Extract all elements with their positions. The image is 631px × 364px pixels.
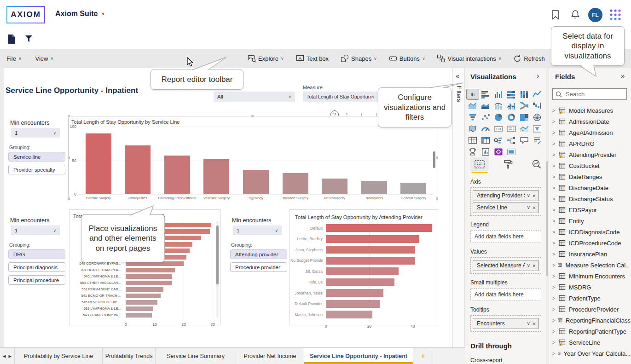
bar-cardiology-interventional[interactable] bbox=[164, 156, 190, 194]
expand-icon[interactable]: > bbox=[552, 119, 556, 124]
expand-icon[interactable]: > bbox=[552, 306, 556, 312]
waterfall-chart-icon[interactable] bbox=[531, 101, 543, 111]
expand-icon[interactable]: > bbox=[552, 185, 556, 191]
expand-icon[interactable]: > bbox=[552, 340, 556, 345]
min-encounters-select[interactable]: 1∨ bbox=[11, 225, 60, 235]
ribbon-chart-icon[interactable] bbox=[518, 101, 530, 111]
measure-filter-select[interactable]: Total Length of Stay Opportunity∨ bbox=[303, 92, 378, 102]
chevron-down-icon[interactable]: ∨ bbox=[527, 204, 530, 211]
table-icon[interactable] bbox=[467, 135, 479, 145]
bar-orthopedics[interactable] bbox=[125, 145, 151, 194]
menu-file[interactable]: File∨ bbox=[6, 55, 22, 62]
remove-field-icon[interactable]: × bbox=[532, 192, 536, 199]
field-item-costbucket[interactable]: >CostBucket bbox=[549, 160, 631, 171]
expand-icon[interactable]: > bbox=[552, 229, 556, 235]
expand-icon[interactable]: > bbox=[552, 108, 556, 113]
expand-icon[interactable]: > bbox=[552, 240, 556, 246]
page-tab-service-line-opportunity-inpatient[interactable]: Service Line Opportunity - Inpatient bbox=[304, 348, 413, 364]
expand-icon[interactable]: > bbox=[552, 273, 556, 279]
chart-scrollbar-thumb[interactable] bbox=[433, 151, 435, 168]
fields-tab[interactable] bbox=[470, 157, 489, 171]
goals-icon[interactable] bbox=[467, 147, 479, 157]
bar-001-heart-transpla-[interactable] bbox=[126, 268, 175, 272]
grouping-option-drg[interactable]: DRG bbox=[8, 249, 65, 259]
field-item-icddiagnosiscode[interactable]: >ICDDiagnosisCode bbox=[549, 226, 631, 237]
field-item-icdprocedurecode[interactable]: >ICDProcedureCode bbox=[549, 237, 631, 248]
bar-jean-stephens[interactable] bbox=[326, 246, 415, 254]
field-item-admissiondate[interactable]: >AdmissionDate bbox=[549, 116, 631, 127]
field-item-minimum-encounters[interactable]: >Minimum Encounters bbox=[549, 271, 631, 282]
expand-icon[interactable]: > bbox=[552, 329, 556, 334]
field-pill-attending-provider-spec[interactable]: Attending Provider Spec∨× bbox=[473, 190, 539, 201]
field-item-aprdrg[interactable]: >APRDRG bbox=[549, 138, 631, 149]
toolbar-text-box-button[interactable]: AText box bbox=[296, 54, 329, 63]
toolbar-explore-button[interactable]: Explore∨ bbox=[248, 54, 284, 63]
chart-scrollbar-thumb[interactable] bbox=[216, 225, 219, 284]
bar-oncology[interactable] bbox=[243, 170, 269, 194]
expand-fields-pane-icon[interactable]: » bbox=[621, 72, 625, 80]
bar-general-surgery[interactable] bbox=[400, 183, 426, 194]
grouping-option-provider-specialty[interactable]: Provider specialty bbox=[8, 165, 65, 174]
toolbar-visual-interactions-button[interactable]: Visual interactions∨ bbox=[437, 54, 501, 63]
expand-icon[interactable]: > bbox=[552, 174, 556, 179]
bar-539-lymphoma-le-[interactable] bbox=[126, 306, 153, 311]
toolbar-refresh-button[interactable]: Refresh bbox=[513, 54, 545, 63]
resize-handle[interactable] bbox=[435, 156, 439, 159]
line-chart-icon[interactable] bbox=[531, 89, 543, 99]
chevron-down-icon[interactable]: ∨ bbox=[527, 192, 530, 199]
100-stacked-column-chart-icon[interactable] bbox=[518, 89, 530, 99]
search-input[interactable] bbox=[565, 90, 622, 98]
chevron-down-icon[interactable]: ∨ bbox=[527, 262, 530, 269]
min-encounters-select[interactable]: 1∨ bbox=[233, 225, 282, 235]
format-tab[interactable] bbox=[499, 157, 517, 171]
bar-541-ecmo-or-trach-[interactable] bbox=[126, 294, 161, 298]
page-tab-service-line-summary[interactable]: Service Line Summary bbox=[156, 348, 236, 364]
page-tab-profitability-by-service-line[interactable]: Profitability by Service Line bbox=[14, 348, 103, 364]
service-line-chart[interactable]: Total Length of Stay Opportunity by Serv… bbox=[68, 116, 438, 200]
donut-chart-icon[interactable] bbox=[505, 112, 517, 122]
field-item-msdrg[interactable]: >MSDRG bbox=[549, 282, 631, 293]
map-icon[interactable] bbox=[531, 112, 543, 122]
field-pill-selected-measure-amou[interactable]: Selected Measure Amou∨× bbox=[473, 260, 539, 271]
clustered-bar-chart-icon[interactable] bbox=[480, 89, 492, 99]
app-launcher-waffle-icon[interactable] bbox=[609, 9, 621, 23]
slicer-icon[interactable] bbox=[531, 124, 543, 134]
stacked-area-chart-icon[interactable] bbox=[480, 101, 492, 111]
expand-icon[interactable]: > bbox=[552, 163, 556, 168]
grouping-option-attending-provider[interactable]: Attending provider bbox=[230, 249, 287, 259]
field-pill-encounters[interactable]: Encounters∨× bbox=[473, 318, 539, 329]
field-item-attendingprovider[interactable]: >AttendingProvider bbox=[549, 149, 631, 160]
tab-scroll-right-icon[interactable]: ▸ bbox=[9, 352, 12, 359]
resize-handle[interactable] bbox=[251, 115, 254, 118]
expand-icon[interactable]: > bbox=[552, 141, 556, 146]
expand-icon[interactable]: > bbox=[552, 284, 556, 290]
resize-handle[interactable] bbox=[435, 197, 439, 200]
field-item-procedureprovider[interactable]: >ProcedureProvider bbox=[549, 304, 631, 315]
resize-handle[interactable] bbox=[67, 197, 70, 200]
field-item-insuranceplan[interactable]: >InsurancePlan bbox=[549, 248, 631, 260]
chevron-down-icon[interactable]: ∨ bbox=[527, 320, 530, 327]
kpi-icon[interactable] bbox=[518, 124, 530, 134]
bar-545-revision-of-hip-[interactable] bbox=[126, 300, 157, 305]
field-item-reportingfinancialclass[interactable]: >ReportingFinancialClass bbox=[549, 315, 631, 326]
funnel-chart-icon[interactable] bbox=[467, 112, 479, 122]
expand-icon[interactable]: > bbox=[552, 130, 556, 135]
field-item-model-measures[interactable]: >Model Measures bbox=[549, 105, 631, 116]
power-apps-icon[interactable] bbox=[492, 147, 504, 157]
bar-transplants[interactable] bbox=[361, 181, 387, 194]
attending-provider-chart[interactable]: Total Length of Stay Opportunity by Atte… bbox=[289, 209, 438, 325]
remove-field-icon[interactable]: × bbox=[532, 320, 536, 327]
expand-pane-icon[interactable]: › bbox=[537, 72, 539, 80]
remove-field-icon[interactable]: × bbox=[532, 204, 536, 211]
scatter-chart-icon[interactable] bbox=[480, 112, 492, 122]
resize-handle[interactable] bbox=[67, 156, 70, 159]
pie-chart-icon[interactable] bbox=[492, 112, 504, 122]
well-dropzone-legend[interactable]: Add data fields here bbox=[470, 230, 541, 243]
bar-thoracic-surgery[interactable] bbox=[283, 173, 308, 194]
field-item-edspayor[interactable]: >EDSPayor bbox=[549, 204, 631, 215]
bar-martin-johnson[interactable] bbox=[326, 311, 372, 318]
bar-540-lymphoma-le-[interactable] bbox=[126, 274, 172, 279]
metrics-icon[interactable] bbox=[505, 147, 517, 157]
gauge-icon[interactable] bbox=[480, 124, 492, 134]
treemap-icon[interactable] bbox=[518, 112, 530, 122]
